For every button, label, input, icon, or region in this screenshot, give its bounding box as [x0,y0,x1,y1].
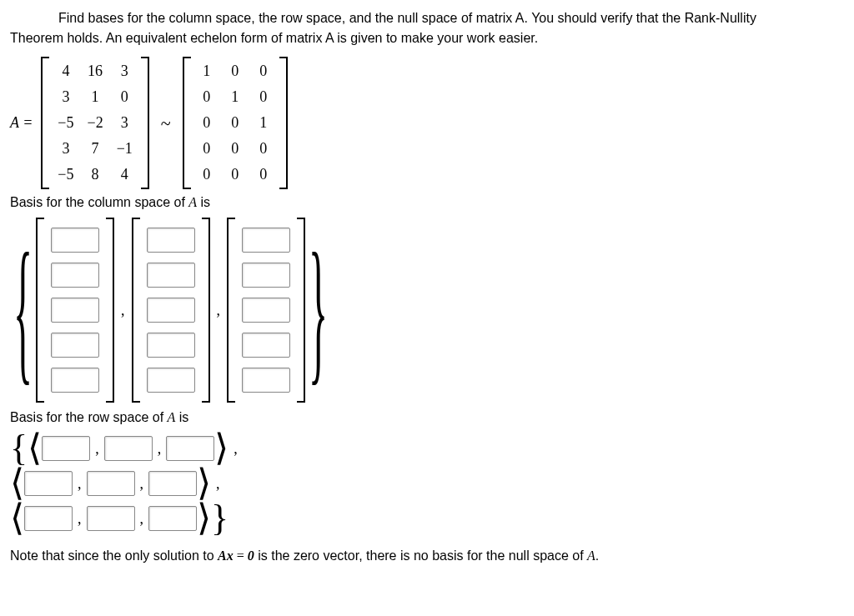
row1-input-1[interactable] [42,436,90,461]
intro-text-line2: Theorem holds. An equivalent echelon for… [10,31,538,45]
col2-input-2[interactable] [147,263,195,288]
row3-input-3[interactable] [148,506,197,531]
row2-input-3[interactable] [148,471,197,496]
matrix-reduced: 100 010 001 000 000 [183,57,288,189]
col-vector-1 [36,218,114,403]
col2-input-5[interactable] [147,368,195,393]
col1-input-4[interactable] [51,333,99,358]
intro-text-line1: Find bases for the column space, the row… [58,11,756,25]
row3-input-1[interactable] [24,506,73,531]
row2-input-2[interactable] [87,471,135,496]
row1-input-2[interactable] [104,436,153,461]
matrix-a: 4163 310 −5−23 37−1 −584 [41,57,148,189]
row2-input-1[interactable] [24,471,73,496]
tilde-symbol: ~ [161,109,171,137]
rowspace-label: Basis for the row space of A is [10,408,844,428]
row3-input-2[interactable] [87,506,135,531]
col3-input-1[interactable] [242,228,290,253]
col3-input-5[interactable] [242,368,290,393]
colspace-label: Basis for the column space of A is [10,193,844,213]
col2-input-4[interactable] [147,333,195,358]
comma-2: , [217,299,221,322]
null-space-note: Note that since the only solution to Ax … [10,546,844,566]
equation-lhs: A = [10,112,33,134]
col1-input-5[interactable] [51,368,99,393]
col3-input-3[interactable] [242,298,290,323]
rowspace-answer: { ⟨ , , ⟩ , ⟨ , , ⟩ , ⟨ , , ⟩ } [10,433,844,534]
col1-input-3[interactable] [51,298,99,323]
row1-input-3[interactable] [166,436,214,461]
col-vector-3 [227,218,305,403]
col3-input-4[interactable] [242,333,290,358]
col1-input-2[interactable] [51,263,99,288]
col3-input-2[interactable] [242,263,290,288]
col1-input-1[interactable] [51,228,99,253]
matrix-equation: A = 4163 310 −5−23 37−1 −584 ~ 100 010 0… [10,57,844,189]
col2-input-1[interactable] [147,228,195,253]
colspace-answer: { , , [10,218,844,403]
col2-input-3[interactable] [147,298,195,323]
col-vector-2 [132,218,210,403]
comma-1: , [121,299,125,322]
